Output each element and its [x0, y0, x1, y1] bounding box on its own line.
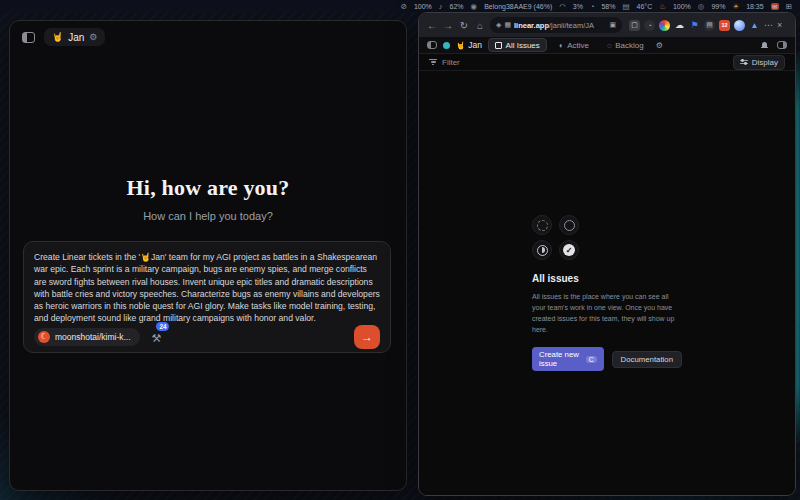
active-circle-icon: ◐	[559, 41, 564, 50]
desktop: ⊘ 100% ♪ 62% ◉ Belong38AAE9 (46%) ◠ 3% ◔…	[0, 0, 800, 500]
linear-content: ✓ All issues All issues is the place whe…	[419, 71, 795, 495]
url-text: linear.app/janii/team/JANAPP/all	[514, 21, 606, 30]
address-bar[interactable]: ◈ ▦ linear.app/janii/team/JANAPP/all ▣	[490, 17, 622, 33]
linear-app: 🤘 Jan All Issues ◐ Active ◌ Backlog ⚙	[419, 37, 795, 495]
cpu-percent: 3%	[573, 3, 583, 10]
jan-app-window: 🤘 Jan ⚙ Hi, how are you? How can I help …	[9, 20, 407, 491]
linear-sidebar-toggle-icon[interactable]	[427, 41, 437, 49]
url-path: /janii/team/JANAPP/all	[549, 21, 606, 30]
back-icon[interactable]: ←	[426, 20, 438, 31]
tools-icon: ⚒	[152, 332, 162, 344]
brightness-percent: 99%	[711, 3, 725, 10]
apps-icon[interactable]: ⊞	[786, 2, 792, 11]
empty-state-description: All issues is the place where you can se…	[532, 291, 682, 335]
linear-header: 🤘 Jan All Issues ◐ Active ◌ Backlog ⚙	[419, 37, 795, 54]
team-name: Jan	[468, 40, 482, 50]
volume-percent: 100%	[414, 3, 432, 10]
fan-percent: 100%	[673, 3, 691, 10]
memory-icon: ▤	[622, 2, 629, 11]
model-name: moonshotai/kimi-k...	[55, 332, 131, 342]
spark-extension-icon[interactable]: ▲	[749, 20, 760, 31]
moonshot-logo-icon: ☾	[38, 331, 50, 343]
prompt-textarea[interactable]: Create Linear tickets in the '🤘Jan' team…	[34, 251, 380, 325]
workspace-avatar[interactable]	[443, 42, 450, 49]
browser-toolbar: ← → ↻ ⌂ ◈ ▦ linear.app/janii/team/JANAPP…	[419, 13, 795, 37]
temperature-icon: ♨	[659, 2, 666, 11]
sidebar-toggle-icon[interactable]	[22, 32, 35, 43]
send-button[interactable]: →	[354, 325, 380, 349]
close-icon[interactable]: ×	[777, 20, 782, 30]
status-icons-grid: ✓	[532, 215, 682, 260]
tab-all-issues[interactable]: All Issues	[488, 38, 547, 52]
calendar-extension-icon[interactable]: 12	[719, 20, 730, 31]
shortcut-badge: C	[586, 356, 597, 363]
mail-icon[interactable]: ✉	[771, 3, 779, 10]
tools-count-badge: 24	[156, 322, 169, 331]
check-icon: ✓	[563, 244, 575, 256]
documentation-button[interactable]: Documentation	[612, 351, 682, 368]
mic-percent: 62%	[450, 3, 464, 10]
all-issues-empty-state: ✓ All issues All issues is the place whe…	[532, 215, 682, 371]
team-emoji-icon: 🤘	[52, 32, 63, 42]
filter-icon	[429, 59, 437, 65]
in-progress-status-icon	[532, 240, 552, 260]
tab-backlog-label: Backlog	[615, 41, 643, 50]
linear-header-right	[760, 41, 787, 49]
fan-icon: ◎	[698, 2, 705, 11]
display-label: Display	[752, 58, 778, 67]
prompt-input-card: Create Linear tickets in the '🤘Jan' team…	[23, 241, 391, 353]
reload-icon[interactable]: ↻	[458, 20, 470, 31]
tab-active-label: Active	[567, 41, 589, 50]
mic-icon[interactable]: ◉	[471, 2, 478, 11]
extensions-row: ▢ ◔ ☁ ⚑ ▤ 12 ▲	[629, 20, 760, 31]
greeting-subtitle: How can I help you today?	[10, 210, 406, 222]
flag-extension-icon[interactable]: ⚑	[689, 20, 700, 31]
tools-button[interactable]: ⚒ 24	[152, 328, 162, 346]
empty-state-title: All issues	[532, 273, 682, 284]
forward-icon[interactable]: →	[442, 20, 454, 31]
temperature: 46°C	[637, 3, 653, 10]
color-wheel-extension-icon[interactable]	[659, 20, 670, 31]
team-emoji-icon: 🤘	[456, 41, 465, 50]
right-panel-toggle-icon[interactable]	[777, 41, 787, 49]
bookmark-icon[interactable]: ▣	[609, 21, 616, 29]
tab-backlog[interactable]: ◌ Backlog	[601, 39, 650, 51]
cloud-extension-icon[interactable]: ☁	[674, 20, 685, 31]
url-domain: linear.app	[514, 21, 549, 30]
gear-icon[interactable]: ⚙	[89, 32, 97, 42]
panel-extension-icon[interactable]: ▢	[629, 20, 640, 31]
tab-active[interactable]: ◐ Active	[553, 39, 595, 51]
wifi-icon[interactable]: ◠	[559, 2, 566, 11]
filter-button[interactable]: Filter	[442, 58, 460, 67]
clock-extension-icon[interactable]: ◔	[644, 20, 655, 31]
wifi-network: Belong38AAE9 (46%)	[484, 3, 552, 10]
volume-icon[interactable]: ♪	[439, 2, 443, 11]
jan-chat-tab[interactable]: 🤘 Jan ⚙	[44, 28, 105, 46]
backlog-circle-icon: ◌	[607, 41, 612, 50]
views-settings-icon[interactable]: ⚙	[656, 41, 663, 50]
tab-all-issues-label: All Issues	[506, 41, 540, 50]
tray-extension-icon[interactable]: ▤	[704, 20, 715, 31]
empty-state-actions: Create new issue C Documentation	[532, 347, 682, 371]
browser-window: ← → ↻ ⌂ ◈ ▦ linear.app/janii/team/JANAPP…	[418, 12, 796, 496]
all-issues-icon	[495, 42, 502, 49]
shield-icon[interactable]: ◈	[496, 21, 501, 29]
cpu-icon: ◔	[590, 2, 595, 11]
jan-tab-label: Jan	[68, 32, 84, 43]
brightness-icon[interactable]: ☀	[732, 2, 739, 11]
site-info-icon[interactable]: ▦	[504, 21, 511, 29]
sphere-extension-icon[interactable]	[734, 20, 745, 31]
clock: 18:35	[746, 3, 764, 10]
model-selector[interactable]: ☾ moonshotai/kimi-k...	[34, 328, 140, 346]
done-status-icon: ✓	[559, 240, 579, 260]
display-button[interactable]: Display	[733, 55, 785, 70]
team-label: 🤘 Jan	[456, 40, 482, 50]
create-new-issue-button[interactable]: Create new issue C	[532, 347, 604, 371]
home-icon[interactable]: ⌂	[474, 20, 486, 31]
memory-percent: 58%	[601, 3, 615, 10]
mute-icon[interactable]: ⊘	[401, 2, 407, 11]
greeting-headline: Hi, how are you?	[10, 175, 406, 201]
notifications-bell-icon[interactable]	[760, 41, 768, 49]
overflow-icon[interactable]: ⋯	[764, 20, 773, 30]
prompt-toolbar: ☾ moonshotai/kimi-k... ⚒ 24 →	[34, 325, 380, 349]
